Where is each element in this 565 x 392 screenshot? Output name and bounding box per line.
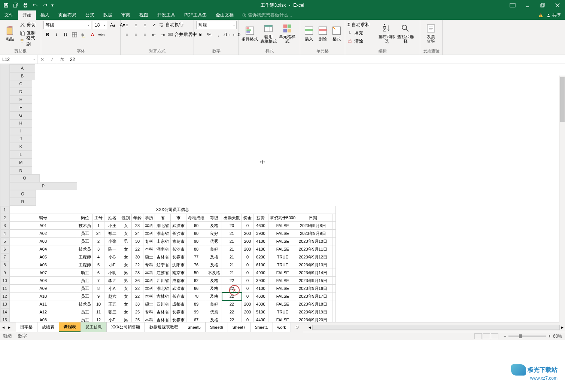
cell[interactable]: 4100: [253, 238, 268, 245]
qat-dropdown-icon[interactable]: ▾: [50, 1, 55, 10]
column-header[interactable]: E: [10, 96, 32, 104]
cell[interactable]: 吉林省: [155, 253, 171, 261]
menu-dev[interactable]: 开发工具: [153, 10, 180, 20]
formula-input[interactable]: 22: [67, 55, 565, 64]
cell[interactable]: 99: [186, 308, 206, 316]
cell[interactable]: 33: [132, 300, 143, 308]
cell[interactable]: 女: [120, 253, 132, 261]
sheet-tab[interactable]: 数据透视表教程: [145, 322, 183, 332]
menu-layout[interactable]: 页面布局: [54, 10, 81, 20]
bold-icon[interactable]: B: [43, 31, 52, 39]
cell[interactable]: 9: [93, 293, 104, 300]
cell[interactable]: 本科: [143, 269, 155, 277]
cell[interactable]: 2023年9月9日: [297, 230, 329, 238]
cell[interactable]: 武汉市: [171, 222, 186, 230]
cell[interactable]: 及格: [206, 293, 222, 300]
cell[interactable]: 2023年9月19日: [297, 308, 329, 316]
cell[interactable]: 本科: [143, 285, 155, 293]
cell[interactable]: 四川省: [155, 277, 171, 285]
cell[interactable]: 郑二: [104, 230, 120, 238]
cell[interactable]: 王五: [104, 300, 120, 308]
underline-icon[interactable]: U: [61, 31, 70, 39]
cell[interactable]: 88: [186, 245, 206, 253]
indent-increase-icon[interactable]: ⇥: [159, 31, 167, 39]
table-header-cell[interactable]: 薪资: [253, 214, 268, 222]
cell[interactable]: 湖北省: [155, 222, 171, 230]
cell[interactable]: 2023年9月14日: [297, 269, 329, 277]
cell[interactable]: 200: [242, 245, 253, 253]
increase-decimal-icon[interactable]: .0→: [223, 31, 231, 39]
cell[interactable]: 4600: [253, 222, 268, 230]
invoice-check-button[interactable]: 发票 查验: [422, 21, 440, 46]
comma-icon[interactable]: ,: [214, 31, 222, 39]
new-sheet-button[interactable]: ⊕: [291, 322, 303, 332]
sheet-tab[interactable]: Sheet1: [250, 322, 273, 332]
cell[interactable]: 小E: [104, 316, 120, 322]
tab-nav-last-icon[interactable]: ▸: [8, 325, 13, 330]
sort-filter-button[interactable]: AZ排序和筛选: [378, 21, 395, 46]
cell[interactable]: 女: [120, 300, 132, 308]
column-header[interactable]: A: [10, 64, 35, 72]
clear-button[interactable]: 清除: [347, 37, 377, 45]
cell[interactable]: [332, 222, 335, 230]
cell[interactable]: 吉林省: [155, 308, 171, 316]
column-header[interactable]: M: [10, 159, 32, 166]
cell[interactable]: 良好: [206, 300, 222, 308]
column-header[interactable]: L: [10, 151, 32, 159]
cell[interactable]: [332, 214, 335, 222]
cell[interactable]: 吉林省: [155, 316, 171, 322]
zoom-in-icon[interactable]: +: [548, 334, 551, 339]
insert-cells-button[interactable]: 插入: [303, 21, 315, 46]
cell[interactable]: 60: [186, 222, 206, 230]
cell[interactable]: 30: [132, 238, 143, 245]
table-header-cell[interactable]: 工号: [93, 214, 104, 222]
cell[interactable]: 22: [132, 293, 143, 300]
row-header[interactable]: 11: [0, 285, 9, 293]
cell[interactable]: 8: [93, 285, 104, 293]
cell[interactable]: 南京市: [171, 269, 186, 277]
cell[interactable]: 本科: [143, 277, 155, 285]
cell[interactable]: 硕士: [143, 253, 155, 261]
fx-icon[interactable]: fx: [57, 57, 67, 62]
cell[interactable]: 员工: [77, 316, 93, 322]
cell[interactable]: TRUE: [268, 308, 297, 316]
cell[interactable]: 4: [93, 253, 104, 261]
table-header-cell[interactable]: 薪资高于5000: [268, 214, 297, 222]
cell[interactable]: 24: [93, 230, 104, 238]
table-header-cell[interactable]: 省: [155, 214, 171, 222]
cell[interactable]: 及格: [206, 261, 222, 269]
wrap-text-button[interactable]: 自动换行: [159, 21, 190, 28]
row-header[interactable]: 7: [0, 253, 9, 261]
cell[interactable]: 长沙市: [171, 230, 186, 238]
cell[interactable]: [329, 269, 332, 277]
cell[interactable]: 小张: [104, 238, 120, 245]
cell[interactable]: 36: [132, 277, 143, 285]
cell[interactable]: [329, 238, 332, 245]
cell[interactable]: [332, 308, 335, 316]
cell[interactable]: 2023年9月15日: [297, 277, 329, 285]
cell[interactable]: 200: [242, 308, 253, 316]
zoom-level[interactable]: 60%: [553, 334, 562, 339]
row-header[interactable]: 14: [0, 308, 9, 316]
horizontal-scrollbar[interactable]: ◂▸: [307, 324, 565, 330]
cell[interactable]: [332, 300, 335, 308]
select-all-corner[interactable]: [0, 64, 10, 206]
cell[interactable]: 技术员: [77, 222, 93, 230]
cell[interactable]: 吉林省: [155, 293, 171, 300]
cell[interactable]: A11: [9, 300, 77, 308]
cell[interactable]: 22: [132, 285, 143, 293]
cell[interactable]: A02: [9, 230, 77, 238]
cell[interactable]: FALSE: [268, 277, 297, 285]
name-box[interactable]: L12▾: [0, 55, 37, 64]
paste-button[interactable]: 粘贴: [2, 21, 18, 46]
cell[interactable]: 0: [242, 222, 253, 230]
cell[interactable]: 80: [186, 230, 206, 238]
column-header[interactable]: B: [10, 72, 35, 80]
cell[interactable]: 小明: [104, 269, 120, 277]
cell[interactable]: 小王: [104, 222, 120, 230]
align-top-icon[interactable]: ≡: [123, 21, 131, 29]
menu-pdf[interactable]: PDF工具集: [180, 10, 211, 20]
cut-button[interactable]: 剪切: [20, 21, 39, 28]
column-header[interactable]: C: [10, 80, 32, 88]
cell[interactable]: 0: [242, 277, 253, 285]
